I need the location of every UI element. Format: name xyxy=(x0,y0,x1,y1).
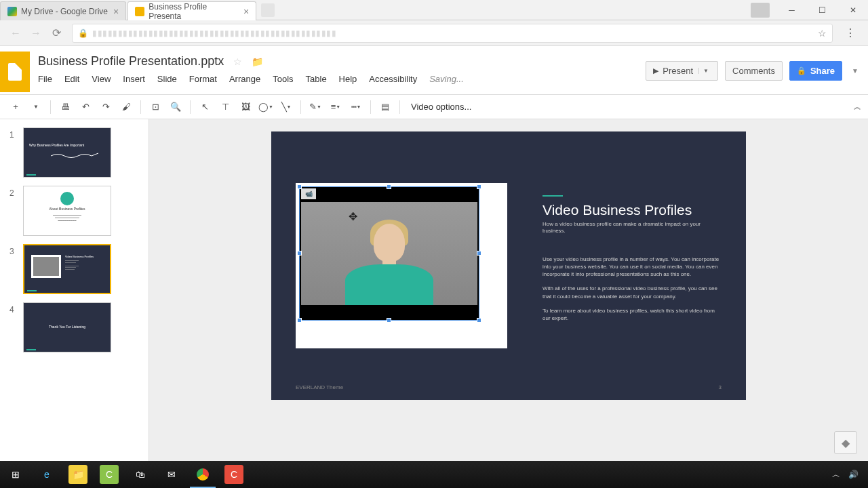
bookmark-star-icon[interactable]: ☆ xyxy=(818,28,827,39)
present-button[interactable]: ▶ Present ▼ xyxy=(646,61,718,81)
move-folder-icon[interactable]: 📁 xyxy=(252,56,263,67)
close-tab-icon[interactable]: × xyxy=(113,6,119,17)
transition-button[interactable]: ▤ xyxy=(376,98,394,116)
menu-file[interactable]: File xyxy=(38,74,52,84)
select-tool-button[interactable]: ↖ xyxy=(196,98,214,116)
new-slide-dropdown-icon[interactable]: ▼ xyxy=(27,98,45,116)
thumb-row-2: 2 About Business Profiles ▬▬▬▬▬▬▬▬▬▬▬▬▬▬… xyxy=(0,184,149,243)
taskbar-edge[interactable]: e xyxy=(31,461,62,488)
close-tab-icon[interactable]: × xyxy=(243,6,249,17)
window-controls: ─ ☐ ✕ xyxy=(751,0,868,20)
tray-chevron-icon[interactable]: ︿ xyxy=(832,469,840,481)
close-window-button[interactable]: ✕ xyxy=(837,0,868,20)
resize-handle-bl[interactable] xyxy=(297,318,302,323)
tab-title: My Drive - Google Drive xyxy=(21,7,108,16)
browser-tab-slides[interactable]: Business Profile Presenta × xyxy=(127,1,256,20)
print-button[interactable]: 🖶 xyxy=(56,98,74,116)
thumb-body-lines: ▬▬▬▬▬▬▬▬▬▬▬▬▬▬▬▬▬▬▬▬▬▬▬▬▬▬▬▬▬▬▬▬▬▬▬▬▬▬▬▬… xyxy=(65,260,104,270)
shape-button[interactable]: ◯▼ xyxy=(257,98,275,116)
url-input[interactable]: 🔒 ▮▮▮▮▮▮▮▮▮▮▮▮▮▮▮▮▮▮▮▮▮▮▮▮▮▮▮▮▮▮▮▮▮▮▮▮▮▮… xyxy=(72,24,833,43)
thumb-number: 1 xyxy=(9,127,23,178)
collapse-toolbar-icon[interactable]: ︽ xyxy=(854,102,861,112)
resize-handle-ml[interactable] xyxy=(297,251,302,256)
browser-tab-drive[interactable]: My Drive - Google Drive × xyxy=(0,1,126,20)
menu-insert[interactable]: Insert xyxy=(123,74,145,84)
thumb-title: Video Business Profiles xyxy=(65,255,104,258)
line-button[interactable]: ╲▼ xyxy=(277,98,295,116)
video-options-button[interactable]: Video options... xyxy=(406,102,477,112)
border-weight-button[interactable]: ≡▼ xyxy=(327,98,344,116)
image-button[interactable]: 🖼 xyxy=(237,98,254,116)
lock-share-icon: 🔒 xyxy=(797,66,806,75)
resize-handle-tm[interactable] xyxy=(387,184,391,189)
fit-zoom-button[interactable]: ⊡ xyxy=(146,98,164,116)
border-color-button[interactable]: ✎▼ xyxy=(307,98,324,116)
redo-button[interactable]: ↷ xyxy=(97,98,115,116)
browser-tab-strip: My Drive - Google Drive × Business Profi… xyxy=(0,0,868,20)
back-button[interactable]: ← xyxy=(7,24,24,42)
slide-thumbnail-1[interactable]: Why Business Profiles Are Important xyxy=(23,127,111,178)
border-dash-button[interactable]: ┅▼ xyxy=(347,98,365,116)
slide-paragraph-2[interactable]: With all of the uses for a professional … xyxy=(542,285,720,300)
undo-button[interactable]: ↶ xyxy=(77,98,94,116)
menu-slide[interactable]: Slide xyxy=(157,74,177,84)
taskbar-app-green[interactable]: C xyxy=(94,461,125,488)
slide-page-number[interactable]: 3 xyxy=(719,384,722,390)
forward-button[interactable]: → xyxy=(27,24,45,42)
video-element[interactable]: 📹 ✥ xyxy=(299,186,479,321)
minimize-button[interactable]: ─ xyxy=(776,0,807,20)
slide-footer[interactable]: EVERLAND Theme xyxy=(296,384,343,390)
present-dropdown-icon[interactable]: ▼ xyxy=(698,68,711,74)
resize-handle-mr[interactable] xyxy=(477,251,481,256)
chrome-menu-icon[interactable]: ⋮ xyxy=(838,26,863,39)
chrome-user-icon[interactable] xyxy=(751,3,770,18)
slide-title[interactable]: Video Business Profiles xyxy=(542,202,720,218)
menu-view[interactable]: View xyxy=(92,74,111,84)
thumb-number: 4 xyxy=(9,302,23,352)
explore-button[interactable]: ◆ xyxy=(834,431,857,454)
menu-edit[interactable]: Edit xyxy=(64,74,79,84)
taskbar-chrome[interactable] xyxy=(187,461,218,488)
taskbar-store[interactable]: 🛍 xyxy=(125,461,156,488)
slide-thumbnail-4[interactable]: Thank You For Listening xyxy=(23,302,111,352)
menu-format[interactable]: Format xyxy=(189,74,217,84)
document-title[interactable]: Business Profile Presentation.pptx xyxy=(38,54,224,68)
zoom-button[interactable]: 🔍 xyxy=(167,98,184,116)
slide[interactable]: 📹 ✥ xyxy=(271,131,746,400)
menu-accessibility[interactable]: Accessibility xyxy=(369,74,417,84)
taskbar-mail[interactable]: ✉ xyxy=(156,461,187,488)
share-button[interactable]: 🔒 Share xyxy=(789,61,842,81)
taskbar-explorer[interactable]: 📁 xyxy=(62,461,94,488)
new-slide-button[interactable]: + xyxy=(7,98,24,116)
explore-icon: ◆ xyxy=(842,436,850,449)
menu-table[interactable]: Table xyxy=(306,74,327,84)
slide-subtitle[interactable]: How a video business profile can make a … xyxy=(542,221,720,235)
resize-handle-tl[interactable] xyxy=(297,184,302,189)
url-text: ▮▮▮▮▮▮▮▮▮▮▮▮▮▮▮▮▮▮▮▮▮▮▮▮▮▮▮▮▮▮▮▮▮▮▮▮▮▮▮▮… xyxy=(92,28,336,38)
thumb-body-lines: ▬▬▬▬▬▬▬▬▬▬▬▬▬▬▬▬▬▬▬▬▬▬▬▬▬▬▬▬▬▬▬▬▬▬▬ xyxy=(34,214,100,222)
slide-paragraph-3[interactable]: To learn more about video business profi… xyxy=(542,307,720,322)
resize-handle-bm[interactable] xyxy=(387,318,391,323)
slides-logo-icon[interactable] xyxy=(0,52,30,92)
start-button[interactable]: ⊞ xyxy=(0,461,31,488)
taskbar-app-red[interactable]: C xyxy=(218,461,250,488)
menu-help[interactable]: Help xyxy=(339,74,357,84)
star-document-icon[interactable]: ☆ xyxy=(233,56,242,67)
slide-text-area[interactable]: Video Business Profiles How a video busi… xyxy=(542,195,720,329)
maximize-button[interactable]: ☐ xyxy=(807,0,837,20)
slide-paragraph-1[interactable]: Use your video business profile in a num… xyxy=(542,256,720,279)
resize-handle-br[interactable] xyxy=(477,318,481,323)
slide-thumbnail-3[interactable]: Video Business Profiles ▬▬▬▬▬▬▬▬▬▬▬▬▬▬▬▬… xyxy=(23,244,111,294)
slide-thumbnail-2[interactable]: About Business Profiles ▬▬▬▬▬▬▬▬▬▬▬▬▬▬▬▬… xyxy=(23,186,111,236)
account-caret-icon[interactable]: ▼ xyxy=(849,67,861,75)
paint-format-button[interactable]: 🖌 xyxy=(117,98,135,116)
tray-volume-icon[interactable]: 🔊 xyxy=(848,470,859,479)
resize-handle-tr[interactable] xyxy=(477,184,481,189)
new-tab-button[interactable] xyxy=(261,3,275,17)
comments-button[interactable]: Comments xyxy=(725,61,783,81)
menu-tools[interactable]: Tools xyxy=(273,74,293,84)
reload-button[interactable]: ⟳ xyxy=(47,24,65,42)
slide-canvas-area[interactable]: 📹 ✥ xyxy=(149,119,868,472)
menu-arrange[interactable]: Arrange xyxy=(229,74,260,84)
textbox-button[interactable]: ⊤ xyxy=(216,98,234,116)
